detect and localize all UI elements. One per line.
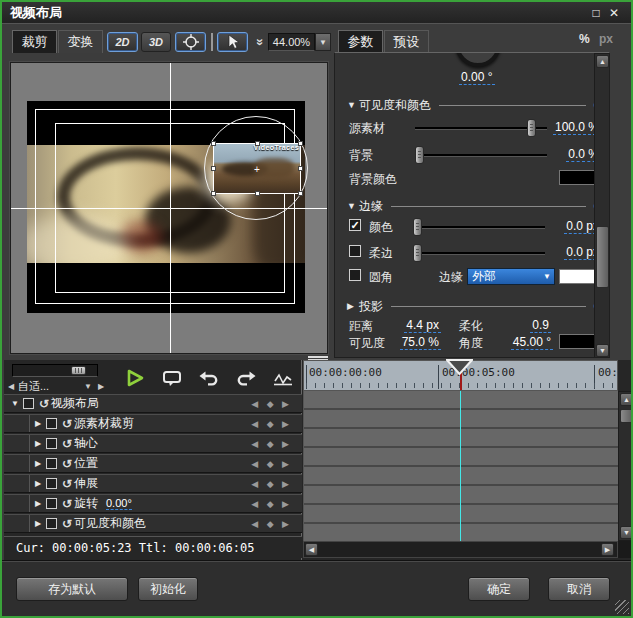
scroll-down-icon[interactable]: ▼ bbox=[620, 526, 633, 539]
scroll-down-icon[interactable]: ▼ bbox=[596, 344, 609, 357]
zoom-level-value[interactable]: 44.00% bbox=[268, 33, 315, 51]
rounded-corner-checkbox[interactable] bbox=[349, 269, 361, 281]
chevron-more-icon[interactable]: » bbox=[248, 35, 268, 49]
save-as-default-button[interactable]: 存为默认 bbox=[16, 577, 128, 601]
track-row-pivot[interactable]: ▶ ↺ 轴心 ◀ ◆ ▶ bbox=[4, 434, 302, 453]
edge-color-slider[interactable] bbox=[413, 218, 545, 236]
timeline-zoom-slider[interactable] bbox=[12, 364, 98, 377]
expand-arrow-icon[interactable]: ▶ bbox=[33, 519, 43, 528]
rotation-dial[interactable] bbox=[455, 52, 501, 67]
track-checkbox[interactable] bbox=[46, 458, 57, 469]
track-checkbox[interactable] bbox=[46, 478, 57, 489]
curve-button[interactable] bbox=[270, 366, 296, 390]
keyframe-nav[interactable]: ◀ ◆ ▶ bbox=[251, 419, 292, 429]
mode-2d-button[interactable]: 2D bbox=[107, 32, 138, 52]
track-checkbox[interactable] bbox=[46, 438, 57, 449]
keyframe-nav[interactable]: ◀ ◆ ▶ bbox=[251, 459, 292, 469]
expand-arrow-icon[interactable]: ▶ bbox=[33, 459, 43, 468]
collapse-arrow-icon[interactable]: ▼ bbox=[347, 201, 359, 211]
track-reset-icon[interactable]: ↺ bbox=[60, 497, 74, 511]
resize-handle-se[interactable] bbox=[298, 191, 303, 196]
play-button[interactable] bbox=[122, 366, 148, 390]
shadow-distance-value[interactable]: 4.4 px bbox=[404, 318, 441, 333]
resize-handle-s[interactable] bbox=[255, 191, 260, 196]
section-visibility-color[interactable]: ▼ 可见度和颜色 ↺ bbox=[335, 98, 610, 112]
resize-handle-nw[interactable] bbox=[211, 141, 216, 146]
scrollbar-thumb[interactable] bbox=[596, 226, 609, 288]
undo-button[interactable] bbox=[196, 366, 222, 390]
comment-button[interactable] bbox=[159, 366, 185, 390]
next-keyframe-icon[interactable]: ▶ bbox=[96, 382, 106, 391]
expand-arrow-icon[interactable]: ▶ bbox=[33, 479, 43, 488]
close-icon[interactable]: ✕ bbox=[605, 5, 623, 21]
preset-dropdown[interactable]: 自适... ▼ bbox=[16, 379, 96, 394]
collapse-arrow-icon[interactable]: ▼ bbox=[347, 100, 359, 110]
tab-crop[interactable]: 裁剪 bbox=[12, 30, 57, 53]
timeline-hscrollbar[interactable]: ◀ ▶ bbox=[303, 541, 618, 558]
timeline-vscrollbar[interactable]: ▲ ▼ bbox=[618, 391, 633, 541]
rotation-track-value[interactable]: 0.00° bbox=[106, 497, 132, 510]
track-checkbox[interactable] bbox=[46, 418, 57, 429]
center-target-button[interactable] bbox=[175, 32, 206, 52]
shadow-angle-value[interactable]: 45.00 ° bbox=[511, 335, 553, 350]
shadow-soften-value[interactable]: 0.9 bbox=[530, 318, 551, 333]
track-row-crop[interactable]: ▶ ↺ 源素材裁剪 ◀ ◆ ▶ bbox=[4, 414, 302, 433]
resize-handle-e[interactable] bbox=[298, 166, 303, 171]
expand-arrow-icon[interactable]: ▶ bbox=[347, 301, 359, 311]
maximize-icon[interactable]: □ bbox=[587, 5, 605, 21]
playhead-handle[interactable] bbox=[446, 359, 473, 375]
section-edge[interactable]: ▼ 边缘 ↺ bbox=[335, 199, 610, 213]
track-reset-icon[interactable]: ↺ bbox=[60, 417, 74, 431]
cancel-button[interactable]: 取消 bbox=[548, 577, 610, 601]
track-checkbox[interactable] bbox=[23, 398, 34, 409]
track-reset-icon[interactable]: ↺ bbox=[60, 517, 74, 531]
expand-arrow-icon[interactable]: ▶ bbox=[33, 419, 43, 428]
edge-color-checkbox[interactable]: ✓ bbox=[349, 219, 361, 231]
track-reset-icon[interactable]: ↺ bbox=[37, 397, 51, 411]
source-opacity-slider[interactable] bbox=[415, 119, 547, 137]
track-row-visibility[interactable]: ▶ ↺ 可见度和颜色 ◀ ◆ ▶ bbox=[4, 514, 302, 533]
tab-parameters[interactable]: 参数 bbox=[338, 30, 383, 53]
unit-percent-button[interactable]: % bbox=[579, 32, 590, 46]
scroll-up-icon[interactable]: ▲ bbox=[620, 393, 633, 406]
redo-button[interactable] bbox=[233, 366, 259, 390]
resize-handle-w[interactable] bbox=[211, 166, 216, 171]
initialize-button[interactable]: 初始化 bbox=[138, 577, 198, 601]
shadow-visibility-value[interactable]: 75.0 % bbox=[400, 335, 441, 350]
keyframe-nav[interactable]: ◀ ◆ ▶ bbox=[251, 499, 292, 509]
unit-px-button[interactable]: px bbox=[599, 32, 613, 46]
parameters-scrollbar[interactable]: ▲ ▼ bbox=[594, 53, 610, 358]
track-row-stretch[interactable]: ▶ ↺ 伸展 ◀ ◆ ▶ bbox=[4, 474, 302, 493]
scroll-up-icon[interactable]: ▲ bbox=[596, 55, 609, 68]
scroll-left-icon[interactable]: ◀ bbox=[305, 543, 318, 556]
track-reset-icon[interactable]: ↺ bbox=[60, 437, 74, 451]
expand-arrow-icon[interactable]: ▶ bbox=[33, 439, 43, 448]
zoom-dropdown-icon[interactable]: ▼ bbox=[315, 33, 331, 51]
scrollbar-thumb[interactable] bbox=[620, 409, 633, 423]
background-opacity-slider[interactable] bbox=[415, 146, 547, 164]
track-row-root[interactable]: ▼ ↺ 视频布局 ◀ ◆ ▶ bbox=[4, 394, 302, 413]
keyframe-nav[interactable]: ◀ ◆ ▶ bbox=[251, 399, 292, 409]
resize-handle-n[interactable] bbox=[255, 141, 260, 146]
track-checkbox[interactable] bbox=[46, 518, 57, 529]
mode-3d-button[interactable]: 3D bbox=[141, 32, 171, 52]
soft-edge-checkbox[interactable] bbox=[349, 245, 361, 257]
resize-handle-sw[interactable] bbox=[211, 191, 216, 196]
scroll-right-icon[interactable]: ▶ bbox=[601, 543, 614, 556]
keyframe-nav[interactable]: ◀ ◆ ▶ bbox=[251, 479, 292, 489]
ok-button[interactable]: 确定 bbox=[468, 577, 530, 601]
edge-type-dropdown[interactable]: 外部 ▼ bbox=[467, 268, 555, 285]
resize-grip[interactable] bbox=[615, 600, 629, 614]
track-row-rotation[interactable]: ▶ ↺ 旋转 0.00° ◀ ◆ ▶ bbox=[4, 494, 302, 513]
keyframe-lanes[interactable] bbox=[303, 391, 618, 541]
collapse-arrow-icon[interactable]: ▼ bbox=[10, 399, 20, 408]
resize-handle-ne[interactable] bbox=[298, 141, 303, 146]
prev-keyframe-icon[interactable]: ◀ bbox=[6, 382, 16, 391]
track-row-position[interactable]: ▶ ↺ 位置 ◀ ◆ ▶ bbox=[4, 454, 302, 473]
track-reset-icon[interactable]: ↺ bbox=[60, 477, 74, 491]
select-tool-button[interactable] bbox=[217, 32, 248, 52]
expand-arrow-icon[interactable]: ▶ bbox=[33, 499, 43, 508]
preview-canvas[interactable]: VideoTraces + bbox=[10, 62, 328, 354]
keyframe-nav[interactable]: ◀ ◆ ▶ bbox=[251, 519, 292, 529]
rotation-value[interactable]: 0.00 ° bbox=[459, 70, 495, 85]
